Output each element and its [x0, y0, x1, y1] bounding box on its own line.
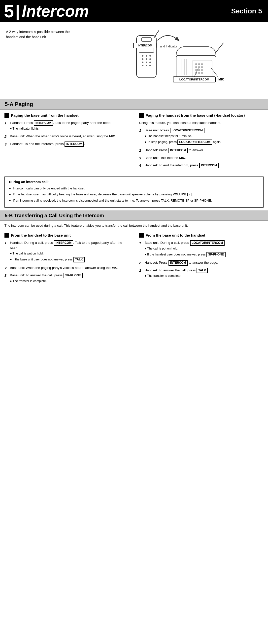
step-a-1-bullet-1: The indicator lights. [10, 126, 111, 131]
section-b-left: From the handset to the base unit 1 Hand… [4, 232, 129, 286]
section-b-right-step-3: 3 Handset: To answer the call, press TAL… [139, 268, 264, 279]
during-intercom-box: During an intercom call: Intercom calls … [4, 176, 264, 208]
section-a-right-intro: Using this feature, you can locate a mis… [139, 120, 264, 125]
section-a-left-step-3: 3 Handset: To end the intercom, press IN… [4, 142, 129, 147]
heading-square-icon [4, 113, 9, 118]
svg-line-43 [211, 68, 218, 77]
column-divider [134, 113, 134, 170]
svg-text:and Indicator: and Indicator [160, 45, 177, 48]
svg-point-26 [195, 63, 197, 65]
svg-point-3 [142, 55, 143, 56]
volume-btn: ∨ [187, 193, 192, 196]
during-bullet-3: If an incoming call is received, the int… [9, 198, 259, 203]
b-right-bullet-3: The transfer is complete. [145, 274, 209, 278]
svg-point-29 [195, 66, 197, 68]
svg-line-42 [194, 68, 199, 77]
b-left-bullet-3: The transfer is complete. [10, 279, 83, 284]
intercom-btn-a3: INTERCOM [64, 142, 84, 147]
section-a-band: 5-A Paging [0, 99, 268, 110]
b-right-bullet-1b: If the handset user does not answer, pre… [145, 252, 227, 258]
section-b-right: From the base unit to the handset 1 Base… [139, 232, 264, 286]
section-a-left: Paging the base unit from the handset 1 … [4, 113, 129, 170]
talk-btn-b1: TALK [73, 257, 85, 262]
talk-btn-during: TALK [161, 198, 169, 202]
heading-square-b-left [4, 233, 9, 238]
section-b-right-step-1: 1 Base unit: During a call, press LOCATO… [139, 240, 264, 258]
intercom-btn-r4: INTERCOM [199, 163, 219, 168]
section-b-left-heading: From the handset to the base unit [4, 232, 129, 238]
svg-text:INTERCOM: INTERCOM [138, 44, 152, 47]
section-b-right-heading: From the base unit to the handset [139, 232, 264, 238]
svg-point-7 [146, 58, 147, 60]
svg-rect-25 [192, 60, 212, 78]
sp-phone-btn-b3: SP-PHONE [63, 273, 83, 278]
section-b-left-step-3: 3 Base unit: To answer the call, press S… [4, 273, 129, 284]
section-a-left-step-2: 2 Base unit: When the other party's voic… [4, 134, 129, 140]
intercom-btn-b1: INTERCOM [54, 240, 73, 246]
svg-point-9 [142, 62, 143, 63]
section-a-right-step-3: 3 Base unit: Talk into the MIC. [139, 156, 264, 161]
svg-point-8 [149, 58, 151, 60]
diagram-area: INTERCOM and Indicator [80, 27, 262, 96]
during-box-title: During an intercom call: [9, 180, 259, 184]
section-a-columns: Paging the base unit from the handset 1 … [0, 110, 268, 174]
right-bullet-1a: The handset beeps for 1 minute. [145, 134, 222, 138]
section-b-left-step-2: 2 Base unit: When the paging party's voi… [4, 266, 129, 271]
svg-text:LOCATOR/INTERCOM: LOCATOR/INTERCOM [179, 78, 209, 81]
svg-point-37 [201, 72, 203, 74]
svg-point-13 [146, 65, 147, 66]
section-a-right-step-2: 2 Handset: Press INTERCOM to answer. [139, 148, 264, 154]
svg-text:MIC: MIC [218, 78, 224, 81]
sp-phone-btn-during: SP-PHONE [194, 198, 211, 202]
svg-point-33 [198, 69, 200, 71]
locator-btn-stop: LOCATOR/INTERCOM [177, 140, 212, 145]
heading-square-icon-2 [139, 113, 144, 118]
svg-line-15 [154, 30, 159, 38]
section-a-right: Paging the handset from the base unit (H… [139, 113, 264, 170]
section-a-right-step-1: 1 Base unit: Press LOCATOR/INTERCOM. The… [139, 128, 264, 146]
section-b-band: 5-B Transferring a Call Using the Interc… [0, 210, 268, 221]
sp-phone-btn-b-r1: SP-PHONE [207, 252, 226, 258]
svg-point-5 [149, 55, 151, 56]
section-a-right-heading: Paging the handset from the base unit (H… [139, 113, 264, 118]
svg-point-11 [149, 62, 151, 63]
locator-btn-b-r1: LOCATOR/INTERCOM [190, 240, 225, 246]
handset-device: INTERCOM and Indicator [134, 30, 177, 78]
intro-text: A 2-way intercom is possible between the… [6, 29, 75, 40]
section-number: 5 [4, 2, 14, 20]
svg-point-27 [198, 63, 200, 65]
section-label: Section 5 [231, 7, 262, 15]
during-bullet-1: Intercom calls can only be ended with th… [9, 186, 259, 191]
during-bullet-2: If the handset user has difficulty heari… [9, 192, 259, 197]
page-header: 5 | Intercom Section 5 [0, 0, 268, 22]
section-b-left-step-1: 1 Handset: During a call, press INTERCOM… [4, 240, 129, 263]
section-a-right-step-4: 4 Handset: To end the intercom, press IN… [139, 163, 264, 168]
b-left-bullet-1a: The call is put on hold. [10, 251, 129, 256]
svg-point-10 [146, 62, 147, 63]
diagram-svg: INTERCOM and Indicator [107, 28, 236, 95]
section-b-intro: The intercom can be used during a call. … [0, 221, 268, 230]
section-a-left-step-1: 1 Handset: Press INTERCOM. Talk to the p… [4, 120, 129, 132]
locator-btn-r1: LOCATOR/INTERCOM [170, 128, 205, 133]
svg-rect-1 [141, 38, 151, 42]
svg-point-14 [149, 65, 151, 66]
svg-point-28 [201, 63, 203, 65]
svg-point-30 [198, 66, 200, 68]
talk-btn-b-r3: TALK [197, 268, 208, 273]
section-a-left-heading: Paging the base unit from the handset [4, 113, 129, 118]
svg-point-4 [146, 55, 147, 56]
svg-point-12 [142, 65, 143, 66]
svg-point-32 [195, 69, 197, 71]
svg-point-31 [201, 66, 203, 68]
divider-bar: | [15, 3, 20, 19]
intro-area: A 2-way intercom is possible between the… [0, 22, 268, 99]
intercom-btn-r2: INTERCOM [169, 148, 188, 153]
intercom-btn-b-r2: INTERCOM [169, 260, 188, 266]
section-b-columns: From the handset to the base unit 1 Hand… [0, 230, 268, 289]
column-divider-b [134, 232, 134, 286]
b-right-bullet-1a: The call is put on hold. [145, 246, 227, 251]
svg-point-34 [201, 69, 203, 71]
remote-sp-btn: REMOTE SP [171, 198, 189, 202]
b-left-bullet-1b: If the base unit user does not answer, p… [10, 257, 129, 262]
intercom-btn-a1: INTERCOM [34, 120, 53, 126]
